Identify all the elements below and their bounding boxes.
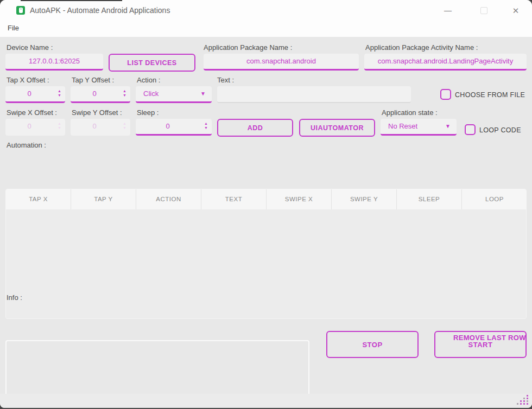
app-state-label: Application state : — [382, 108, 438, 117]
spinner-down-icon: ▼ — [123, 126, 126, 130]
text-label: Text : — [217, 76, 234, 84]
list-devices-button[interactable]: LIST DEVICES — [109, 54, 195, 72]
loop-code-checkbox[interactable] — [465, 124, 476, 135]
choose-from-file-label: CHOOSE FROM FILE — [455, 91, 525, 99]
chevron-down-icon: ▼ — [445, 119, 451, 133]
spinner-down-icon[interactable]: ▼ — [123, 93, 126, 97]
sleep-value: 0 — [136, 119, 200, 133]
sleep-label: Sleep : — [137, 108, 159, 117]
spinner-up-icon[interactable]: ▲ — [204, 122, 208, 125]
spinner-down-icon[interactable]: ▼ — [204, 126, 208, 130]
swipe-y-label: Swipe Y Offset : — [72, 108, 122, 117]
swipe-y-value: 0 — [71, 119, 118, 133]
table-column-header: SLEEP — [397, 189, 462, 209]
window-title: AutoAPK - Automate Android Applications — [30, 0, 170, 21]
title-bar: AutoAPK - Automate Android Applications … — [0, 0, 532, 21]
swipe-x-label: Swipe X Offset : — [7, 108, 57, 117]
automation-table: TAP X TAP Y ACTION TEXT SWIPE X SWIPE Y … — [5, 189, 527, 319]
uiautomator-button[interactable]: UIAUTOMATOR — [299, 119, 375, 137]
action-label: Action : — [137, 76, 160, 84]
add-button[interactable]: ADD — [217, 119, 293, 137]
automation-table-header: TAP X TAP Y ACTION TEXT SWIPE X SWIPE Y … — [6, 189, 526, 209]
action-dropdown[interactable]: Click ▼ — [136, 86, 212, 103]
device-name-input[interactable]: 127.0.0.1:62025 — [5, 54, 103, 71]
table-column-header: TAP X — [6, 189, 71, 209]
app-window: AutoAPK - Automate Android Applications … — [0, 0, 532, 408]
swipe-x-spinner: 0 ▲ ▼ — [5, 119, 65, 136]
table-column-header: TEXT — [201, 189, 267, 209]
background-window-edge — [21, 0, 122, 1]
package-name-input[interactable]: com.snapchat.android — [204, 54, 359, 71]
main-content: Device Name : 127.0.0.1:62025 LIST DEVIC… — [0, 37, 532, 394]
tap-y-label: Tap Y Offset : — [72, 76, 114, 84]
maximize-button[interactable] — [480, 7, 487, 14]
spinner-down-icon[interactable]: ▼ — [58, 93, 61, 97]
resize-grip-handle[interactable] — [516, 394, 530, 406]
spinner-up-icon[interactable]: ▲ — [58, 89, 61, 93]
tap-x-label: Tap X Offset : — [7, 76, 49, 84]
info-label: Info : — [7, 293, 22, 302]
action-selected-value: Click — [143, 86, 159, 101]
app-state-dropdown[interactable]: No Reset ▼ — [381, 119, 457, 136]
stop-button[interactable]: STOP — [326, 331, 419, 358]
automation-table-body — [6, 209, 526, 319]
activity-name-input[interactable]: com.snapchat.android.LandingPageActivity — [364, 54, 527, 71]
spinner-up-icon: ▲ — [58, 122, 61, 125]
swipe-y-spinner: 0 ▲ ▼ — [71, 119, 130, 136]
swipe-x-value: 0 — [5, 119, 53, 133]
menu-bar: File — [0, 21, 532, 37]
text-input[interactable] — [217, 86, 411, 103]
package-name-label: Application Package Name : — [204, 43, 292, 52]
menu-file[interactable]: File — [5, 21, 21, 36]
spinner-up-icon[interactable]: ▲ — [123, 89, 126, 93]
tap-y-value: 0 — [71, 86, 118, 101]
tap-x-value: 0 — [5, 86, 53, 101]
android-app-icon — [16, 6, 25, 15]
table-column-header: LOOP — [462, 189, 527, 209]
tap-y-spinner[interactable]: 0 ▲ ▼ — [71, 86, 130, 103]
choose-from-file-checkbox[interactable] — [440, 89, 451, 100]
device-name-label: Device Name : — [7, 43, 53, 52]
table-column-header: SWIPE Y — [332, 189, 397, 209]
app-state-selected-value: No Reset — [388, 119, 417, 133]
sleep-spinner[interactable]: 0 ▲ ▼ — [136, 119, 212, 136]
loop-code-label: LOOP CODE — [479, 126, 521, 134]
chevron-down-icon: ▼ — [200, 86, 206, 101]
table-column-header: SWIPE X — [267, 189, 332, 209]
automation-label: Automation : — [7, 141, 46, 149]
table-column-header: ACTION — [136, 189, 201, 209]
start-button[interactable]: START — [434, 331, 527, 358]
spinner-up-icon: ▲ — [123, 122, 126, 125]
status-bar — [0, 394, 532, 408]
tap-x-spinner[interactable]: 0 ▲ ▼ — [5, 86, 65, 103]
close-button[interactable]: ✕ — [510, 5, 522, 17]
table-column-header: TAP Y — [71, 189, 136, 209]
spinner-down-icon: ▼ — [58, 126, 61, 130]
activity-name-label: Application Package Activity Name : — [365, 43, 478, 52]
